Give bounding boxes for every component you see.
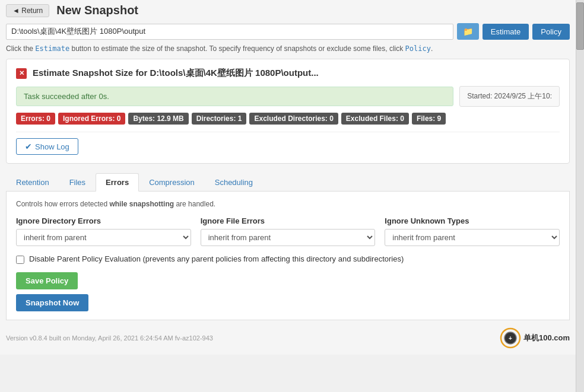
logo-text: 单机100.com — [523, 333, 570, 343]
ignore-unknown-types-label: Ignore Unknown Types — [385, 216, 560, 225]
errors-form-row: Ignore Directory Errors inherit from par… — [16, 216, 560, 246]
files-badge: Files: 9 — [412, 113, 446, 125]
tab-scheduling[interactable]: Scheduling — [205, 173, 263, 191]
errors-badge: Errors: 0 — [16, 113, 55, 125]
excluded-files-badge: Excluded Files: 0 — [341, 113, 409, 125]
policy-button[interactable]: Policy — [532, 24, 570, 40]
return-button[interactable]: ◄ Return — [6, 4, 49, 17]
page-title: New Snapshot — [56, 4, 138, 17]
estimate-panel: ✕ Estimate Snapshot Size for D:\tools\桌面… — [6, 59, 570, 164]
task-started-time: Started: 2024/9/25 上午10: — [459, 86, 560, 107]
estimate-button[interactable]: Estimate — [483, 24, 529, 40]
ignored-errors-badge: Ignored Errors: 0 — [58, 113, 125, 125]
bytes-badge: Bytes: 12.9 MB — [128, 113, 188, 125]
ignore-file-errors-select[interactable]: inherit from parent true false — [201, 229, 376, 246]
folder-button[interactable]: 📁 — [457, 23, 479, 40]
logo-ring-icon: + — [500, 327, 521, 349]
disable-parent-policy-label: Disable Parent Policy Evaluation (preven… — [29, 254, 404, 263]
directories-badge: Directories: 1 — [192, 113, 247, 125]
errors-tab-content: Controls how errors detected while snaps… — [6, 192, 570, 320]
ignore-file-errors-group: Ignore File Errors inherit from parent t… — [201, 216, 376, 246]
tabs: Retention Files Errors Compression Sched… — [6, 173, 570, 192]
ignore-dir-errors-label: Ignore Directory Errors — [16, 216, 191, 225]
ignore-unknown-types-group: Ignore Unknown Types inherit from parent… — [385, 216, 560, 246]
page-header: ◄ Return New Snapshot — [6, 4, 570, 17]
disable-parent-policy-row: Disable Parent Policy Evaluation (preven… — [16, 254, 560, 264]
task-success-message: Task succeeded after 0s. — [16, 87, 453, 106]
tab-compression[interactable]: Compression — [139, 173, 205, 191]
checkmark-icon: ✔ — [25, 142, 32, 151]
tab-files[interactable]: Files — [59, 173, 96, 191]
tabs-container: Retention Files Errors Compression Sched… — [6, 173, 570, 320]
svg-text:+: + — [509, 335, 512, 342]
info-text: Click the Estimate button to estimate th… — [6, 44, 570, 53]
policy-code: Policy — [405, 44, 431, 53]
stats-row: Errors: 0 Ignored Errors: 0 Bytes: 12.9 … — [16, 113, 560, 125]
tab-errors[interactable]: Errors — [96, 173, 139, 192]
excluded-dirs-badge: Excluded Directories: 0 — [249, 113, 338, 125]
version-text: Version v0.8.4 built on Monday, April 26… — [6, 334, 213, 342]
snapshot-now-button[interactable]: Snapshot Now — [16, 294, 88, 311]
disable-parent-policy-checkbox[interactable] — [16, 256, 24, 264]
path-input[interactable] — [6, 24, 453, 40]
show-log-label: Show Log — [35, 142, 69, 151]
save-policy-button[interactable]: Save Policy — [16, 272, 78, 289]
estimate-title: Estimate Snapshot Size for D:\tools\桌面\4… — [33, 68, 319, 79]
ignore-dir-errors-group: Ignore Directory Errors inherit from par… — [16, 216, 191, 246]
task-row: Task succeeded after 0s. Started: 2024/9… — [16, 86, 560, 107]
close-button[interactable]: ✕ — [16, 68, 27, 79]
ignore-unknown-types-select[interactable]: inherit from parent true false — [385, 229, 560, 246]
estimate-code: Estimate — [35, 44, 69, 53]
tab-retention[interactable]: Retention — [6, 173, 59, 191]
tab-description: Controls how errors detected while snaps… — [16, 200, 560, 208]
ignore-dir-errors-select[interactable]: inherit from parent true false — [16, 229, 191, 246]
path-row: 📁 Estimate Policy — [6, 23, 570, 40]
folder-icon: 📁 — [463, 27, 473, 36]
footer: Version v0.8.4 built on Monday, April 26… — [6, 327, 570, 349]
logo-area: + 单机100.com — [500, 327, 570, 349]
show-log-button[interactable]: ✔ Show Log — [16, 138, 78, 155]
estimate-header: ✕ Estimate Snapshot Size for D:\tools\桌面… — [16, 68, 560, 79]
ignore-file-errors-label: Ignore File Errors — [201, 216, 376, 225]
